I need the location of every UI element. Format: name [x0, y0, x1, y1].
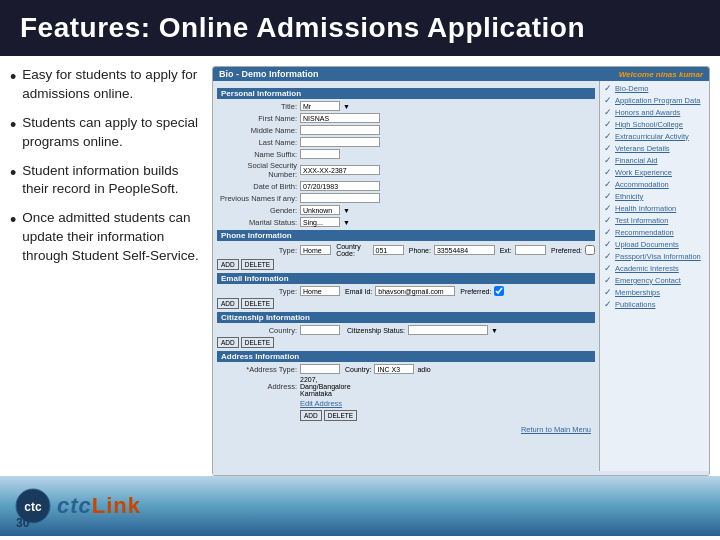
ps-input-dob[interactable]: 07/20/1983 [300, 181, 380, 191]
ps-section-citizenship: Citizenship Information [217, 312, 595, 323]
ps-nav-link[interactable]: Extracurricular Activity [615, 132, 689, 141]
ps-check-icon: ✓ [604, 95, 612, 105]
ps-nav-link[interactable]: Veterans Details [615, 144, 670, 153]
ps-nav-highschool[interactable]: ✓ High School/College [604, 119, 705, 129]
ps-input-phonetype[interactable]: Home [300, 245, 331, 255]
ps-nav-veterans[interactable]: ✓ Veterans Details [604, 143, 705, 153]
ps-nav-academic[interactable]: ✓ Academic Interests [604, 263, 705, 273]
ps-input-addrcountry[interactable]: INC X3 [374, 364, 414, 374]
logo-prefix: ctc [57, 493, 92, 518]
ps-check-icon: ✓ [604, 215, 612, 225]
ps-label: Type: [217, 246, 297, 255]
ps-nav-link[interactable]: Publications [615, 300, 655, 309]
ps-delete-email-button[interactable]: DELETE [241, 298, 274, 309]
ps-body: Personal Information Title: Mr ▼ First N… [213, 81, 709, 471]
ps-input-firstname[interactable]: NISNAS [300, 113, 380, 123]
ps-edit-link-text[interactable]: Edit Address [300, 399, 342, 408]
ps-window: Bio - Demo Information Welcome ninas kum… [213, 67, 709, 475]
ps-delete-address-button[interactable]: DELETE [324, 410, 357, 421]
ps-nav-link[interactable]: Recommendation [615, 228, 674, 237]
ps-nav-link[interactable]: Upload Documents [615, 240, 679, 249]
ps-check-icon: ✓ [604, 131, 612, 141]
ps-nav-publications[interactable]: ✓ Publications [604, 299, 705, 309]
ps-nav-link[interactable]: Honors and Awards [615, 108, 680, 117]
ps-dropdown-icon: ▼ [343, 207, 350, 214]
ps-field-middlename: Middle Name: [217, 125, 595, 135]
ps-input-emailtype[interactable]: Home [300, 286, 340, 296]
ps-dropdown-icon: ▼ [343, 219, 350, 226]
bullet-icon: • [10, 68, 16, 86]
ps-label-preferred: Preferred: [551, 247, 582, 254]
list-item: • Once admitted students can update thei… [10, 209, 200, 266]
ps-nav-upload[interactable]: ✓ Upload Documents [604, 239, 705, 249]
ps-form-area: Personal Information Title: Mr ▼ First N… [213, 81, 599, 471]
ps-return-link[interactable]: Return to Main Menu [521, 425, 591, 434]
ps-input-phone[interactable]: 33554484 [434, 245, 495, 255]
ps-input-ext[interactable] [515, 245, 546, 255]
ps-citizenship-buttons: ADD DELETE [217, 337, 595, 348]
ps-input-gender[interactable]: Unknown [300, 205, 340, 215]
ps-checkbox-preferred-email[interactable] [494, 286, 504, 296]
ps-label: Social Security Number: [217, 161, 297, 179]
ps-nav-accommodation[interactable]: ✓ Accommodation [604, 179, 705, 189]
ps-nav-link[interactable]: Emergency Contact [615, 276, 681, 285]
ps-edit-address-link[interactable]: Edit Address [300, 399, 595, 408]
ps-input-country[interactable] [300, 325, 340, 335]
ps-nav-test[interactable]: ✓ Test Information [604, 215, 705, 225]
ps-nav-ethnicity[interactable]: ✓ Ethnicity [604, 191, 705, 201]
ps-nav-link[interactable]: Memberships [615, 288, 660, 297]
ps-titlebar: Bio - Demo Information Welcome ninas kum… [213, 67, 709, 81]
ps-add-email-button[interactable]: ADD [217, 298, 239, 309]
ps-nav-link[interactable]: Academic Interests [615, 264, 679, 273]
ps-field-lastname: Last Name: [217, 137, 595, 147]
ps-input-ssn[interactable]: XXX-XX-2387 [300, 165, 380, 175]
ps-input-addrtype[interactable] [300, 364, 340, 374]
ps-nav-link[interactable]: Ethnicity [615, 192, 643, 201]
ps-input-email[interactable]: bhavson@gmail.com [375, 286, 455, 296]
ps-delete-phone-button[interactable]: DELETE [241, 259, 274, 270]
ps-check-icon: ✓ [604, 239, 612, 249]
ps-input-citizenstatus[interactable] [408, 325, 488, 335]
bullet-text-4: Once admitted students can update their … [22, 209, 200, 266]
ps-input-title[interactable]: Mr [300, 101, 340, 111]
ps-input-suffix[interactable] [300, 149, 340, 159]
ps-add-phone-button[interactable]: ADD [217, 259, 239, 270]
ps-nav-link[interactable]: Application Program Data [615, 96, 700, 105]
ps-nav-honors[interactable]: ✓ Honors and Awards [604, 107, 705, 117]
ps-add-address-button[interactable]: ADD [300, 410, 322, 421]
ps-add-citizenship-button[interactable]: ADD [217, 337, 239, 348]
ps-nav-memberships[interactable]: ✓ Memberships [604, 287, 705, 297]
ps-section-personal: Personal Information [217, 88, 595, 99]
ps-input-priorname[interactable] [300, 193, 380, 203]
ps-nav-recom[interactable]: ✓ Recommendation [604, 227, 705, 237]
ps-input-lastname[interactable] [300, 137, 380, 147]
ps-nav-link[interactable]: Accommodation [615, 180, 669, 189]
ps-phone-buttons: ADD DELETE [217, 259, 595, 270]
ps-window-title: Bio - Demo Information [219, 69, 319, 79]
ps-nav-link[interactable]: Financial Aid [615, 156, 658, 165]
ps-nav-passport[interactable]: ✓ Passport/Visa Information [604, 251, 705, 261]
ps-check-icon: ✓ [604, 143, 612, 153]
ps-nav-link[interactable]: Test Information [615, 216, 668, 225]
ps-checkbox-preferred[interactable] [585, 245, 595, 255]
ps-nav-emergency[interactable]: ✓ Emergency Contact [604, 275, 705, 285]
ps-nav-workexp[interactable]: ✓ Work Experience [604, 167, 705, 177]
ps-field-firstname: First Name: NISNAS [217, 113, 595, 123]
ps-nav-link[interactable]: High School/College [615, 120, 683, 129]
ps-input-middlename[interactable] [300, 125, 380, 135]
ps-nav-link[interactable]: Work Experience [615, 168, 672, 177]
ps-nav-link[interactable]: Passport/Visa Information [615, 252, 701, 261]
ps-nav-finaid[interactable]: ✓ Financial Aid [604, 155, 705, 165]
ps-nav-link[interactable]: Health Information [615, 204, 676, 213]
ps-nav-link[interactable]: Bio-Demo [615, 84, 648, 93]
header-title: Features: Online Admissions Application [20, 12, 585, 43]
ps-address-line: Address: 2207, Dang/Bangalore Karnataka [217, 376, 595, 397]
ps-input-marital[interactable]: Sing... [300, 217, 340, 227]
ps-nav-extracurr[interactable]: ✓ Extracurricular Activity [604, 131, 705, 141]
logo-area: ctc ctcLink [15, 488, 141, 524]
ps-nav-health[interactable]: ✓ Health Information [604, 203, 705, 213]
ps-input-countrycode[interactable]: 051 [373, 245, 404, 255]
ps-nav-appdata[interactable]: ✓ Application Program Data [604, 95, 705, 105]
ps-delete-citizenship-button[interactable]: DELETE [241, 337, 274, 348]
ps-nav-biodemo[interactable]: ✓ Bio-Demo [604, 83, 705, 93]
